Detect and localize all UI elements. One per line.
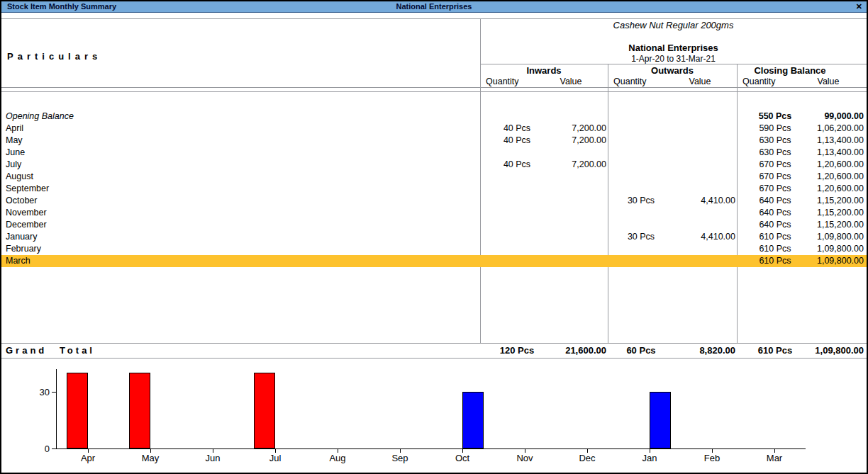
row-label: July (6, 159, 21, 171)
grand-total-closing-value: 1,09,800.00 (793, 344, 864, 356)
cell-outwards-value (664, 171, 735, 183)
cell-closing-value: 1,13,400.00 (793, 135, 864, 147)
chart-month-label: Dec (566, 453, 608, 463)
y-tick-30 (52, 392, 56, 393)
row-label: December (6, 219, 47, 231)
row-label: Opening Balance (6, 111, 74, 123)
cell-inwards-value: 7,200.00 (535, 123, 606, 135)
bar-inwards (67, 373, 88, 448)
cell-closing-value: 99,000.00 (793, 111, 864, 123)
cell-closing-value: 1,09,800.00 (793, 255, 864, 267)
chart-month-label: Nov (503, 453, 546, 463)
chart-month-label: Jan (628, 453, 671, 463)
table-row[interactable]: September670 Pcs1,20,600.00 (1, 183, 867, 195)
cell-closing-value: 1,15,200.00 (793, 219, 864, 231)
table-row[interactable]: February610 Pcs1,09,800.00 (1, 243, 867, 255)
cell-outwards-value: 4,410.00 (664, 231, 735, 243)
chart-month-label: Apr (67, 453, 109, 463)
table-row[interactable]: March610 Pcs1,09,800.00 (1, 255, 867, 267)
cell-inwards-value: 7,200.00 (535, 135, 606, 147)
cell-closing-value: 1,15,200.00 (793, 207, 864, 219)
cell-inwards-value (535, 231, 606, 243)
cell-closing-value: 1,09,800.00 (793, 243, 864, 255)
chart-month-label: Feb (691, 453, 733, 463)
chart-month-label: Jun (191, 453, 234, 463)
table-row[interactable]: November640 Pcs1,15,200.00 (1, 207, 867, 219)
table-row[interactable]: June630 Pcs1,13,400.00 (1, 147, 867, 159)
y-axis-line (56, 369, 57, 449)
cell-inwards-value (535, 219, 606, 231)
cell-outwards-value (664, 219, 735, 231)
cell-outwards-value (664, 159, 735, 171)
divider (480, 64, 867, 64)
divider (1, 343, 867, 344)
cell-inwards-value (535, 147, 606, 159)
divider (1, 358, 867, 359)
table-row[interactable]: October30 Pcs4,410.00640 Pcs1,15,200.00 (1, 195, 867, 207)
cell-closing-value: 1,06,200.00 (793, 123, 864, 135)
cell-outwards-value (664, 123, 735, 135)
cell-closing-value: 1,20,600.00 (793, 159, 864, 171)
cell-outwards-value (664, 147, 735, 159)
table-row[interactable]: December640 Pcs1,15,200.00 (1, 219, 867, 231)
table-row[interactable]: January30 Pcs4,410.00610 Pcs1,09,800.00 (1, 231, 867, 243)
cell-inwards-value (535, 207, 606, 219)
cell-outwards-value: 4,410.00 (664, 195, 735, 207)
table-row[interactable]: May40 Pcs7,200.00630 Pcs1,13,400.00 (1, 135, 867, 147)
x-axis-line (56, 448, 806, 449)
cell-outwards-value (664, 207, 735, 219)
row-label: March (6, 255, 30, 267)
row-label: February (6, 243, 41, 255)
table-row[interactable]: Opening Balance550 Pcs99,000.00 (1, 111, 867, 123)
cell-outwards-value (664, 135, 735, 147)
table-row[interactable]: July40 Pcs7,200.00670 Pcs1,20,600.00 (1, 159, 867, 171)
chart-month-label: Sep (379, 453, 421, 463)
cell-inwards-value (535, 171, 606, 183)
cell-inwards-value (535, 183, 606, 195)
cell-inwards-value (535, 195, 606, 207)
bar-inwards (254, 373, 275, 448)
cell-outwards-value (664, 183, 735, 195)
app-window: Stock Item Monthly Summary National Ente… (0, 0, 868, 474)
cell-inwards-value (535, 255, 606, 267)
grand-total-label: Grand Total (6, 344, 95, 356)
row-label: November (6, 207, 47, 219)
cell-inwards-value (535, 111, 606, 123)
row-label: October (6, 195, 37, 207)
bar-outwards (650, 392, 671, 448)
cell-closing-value: 1,20,600.00 (793, 183, 864, 195)
cell-outwards-value (664, 243, 735, 255)
cell-closing-value: 1,20,600.00 (793, 171, 864, 183)
bar-outwards (462, 392, 484, 448)
grand-total-inwards-value: 21,600.00 (535, 344, 606, 356)
row-label: April (6, 123, 23, 135)
chart-month-label: Oct (441, 453, 484, 463)
chart-month-label: May (129, 453, 172, 463)
bar-inwards (129, 373, 150, 448)
row-label: June (6, 147, 25, 159)
cell-closing-value: 1,15,200.00 (793, 195, 864, 207)
grand-total-row[interactable]: Grand Total 120 Pcs 21,600.00 60 Pcs 8,8… (1, 344, 867, 356)
chart-month-label: Mar (753, 453, 796, 463)
table-row[interactable]: April40 Pcs7,200.00590 Pcs1,06,200.00 (1, 123, 867, 135)
row-label: May (6, 135, 23, 147)
chart-month-label: Jul (254, 453, 296, 463)
cell-inwards-value: 7,200.00 (535, 159, 606, 171)
row-label: August (6, 171, 33, 183)
table-row[interactable]: August670 Pcs1,20,600.00 (1, 171, 867, 183)
y-tick-label-30: 30 (27, 387, 50, 397)
row-label: January (6, 231, 37, 243)
cell-inwards-value (535, 243, 606, 255)
y-tick-0 (52, 448, 56, 449)
grand-total-outwards-value: 8,820.00 (664, 344, 735, 356)
cell-closing-value: 1,13,400.00 (793, 147, 864, 159)
cell-outwards-value (664, 255, 735, 267)
divider (1, 18, 867, 19)
y-tick-label-0: 0 (27, 444, 50, 454)
cell-outwards-value (664, 111, 735, 123)
chart-month-label: Aug (316, 453, 359, 463)
row-label: September (6, 183, 49, 195)
cell-closing-value: 1,09,800.00 (793, 231, 864, 243)
table-body: Opening Balance550 Pcs99,000.00April40 P… (1, 111, 867, 267)
